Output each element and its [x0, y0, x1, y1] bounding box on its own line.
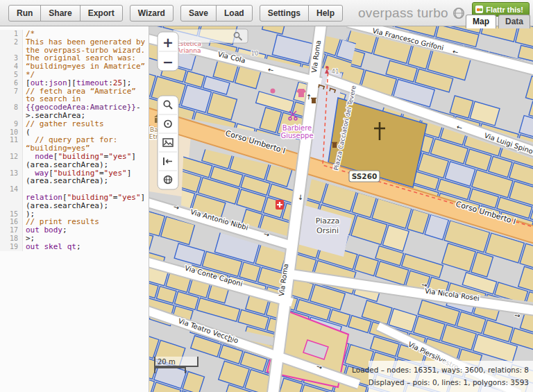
- house-number-10: 10: [251, 50, 259, 57]
- code-token: ]: [127, 169, 132, 178]
- tab-map[interactable]: Map: [466, 15, 496, 28]
- line-number: 3: [0, 54, 23, 62]
- line-number: 6: [0, 79, 23, 87]
- code-token: (area.searchArea);: [26, 176, 108, 185]
- pharmacy-icon: [276, 200, 284, 210]
- editor-row: (area.searchArea);: [0, 202, 149, 210]
- oneway-arrow-icon: →: [514, 312, 521, 320]
- line-number: 5: [0, 71, 23, 79]
- line-number: 13: [0, 169, 23, 178]
- poi-label-orsini-1: Piazza: [316, 216, 339, 225]
- line-number: [0, 112, 23, 120]
- app-title: overpass turbo: [358, 6, 465, 21]
- road-ref-badge-label: SS260: [352, 172, 378, 180]
- code-line: (area.searchArea);: [23, 202, 108, 210]
- code-token: [40, 242, 44, 251]
- code-token: skel: [44, 242, 63, 251]
- code-token: [62, 242, 67, 251]
- toolbar-button-run[interactable]: Run: [8, 5, 41, 22]
- turbo-globe-icon: [452, 7, 465, 19]
- code-line: // gather results: [23, 120, 104, 128]
- code-token: ]: [141, 193, 146, 202]
- line-number: 11: [0, 136, 23, 144]
- search-input[interactable]: [173, 29, 248, 43]
- stats-loaded: Loaded – nodes: 16351, ways: 3600, relat…: [352, 366, 529, 374]
- code-token: [40, 225, 44, 235]
- code-token: qt: [67, 242, 76, 251]
- house-number-41: 41: [332, 68, 339, 75]
- line-number: 19: [0, 243, 23, 251]
- code-token: // gather results: [26, 119, 104, 128]
- line-number: [0, 194, 23, 202]
- tab-data[interactable]: Data: [498, 15, 530, 28]
- line-number: 9: [0, 120, 23, 128]
- toolbar-button-load[interactable]: Load: [216, 5, 253, 22]
- app-title-text: overpass turbo: [358, 6, 448, 21]
- toolbar-button-wizard[interactable]: Wizard: [130, 5, 174, 22]
- code-line: (area.searchArea);: [23, 177, 108, 185]
- line-number: 8: [0, 103, 23, 112]
- oneway-arrow-icon: →: [305, 94, 313, 100]
- map-svg[interactable]: Via ColaVia Francesco GrifoniVia Luigi S…: [149, 26, 533, 392]
- code-token: "yes": [117, 193, 140, 202]
- poi-label-barbiere-1: Barbiere: [282, 124, 312, 132]
- flattr-label: Flattr this!: [486, 6, 523, 14]
- stats-displayed: Displayed – pois: 0, lines: 1, polygons:…: [369, 378, 529, 386]
- line-number: [0, 95, 23, 103]
- line-number: 17: [0, 226, 23, 235]
- code-token: “building=yes in Amatrice”: [26, 62, 145, 71]
- toolbar-button-share[interactable]: Share: [40, 5, 80, 22]
- editor-row: 9// gather results: [0, 120, 149, 128]
- line-number: 7: [0, 87, 23, 96]
- line-number: 1: [0, 30, 23, 38]
- oneway-arrow-icon: →: [297, 194, 305, 201]
- editor-row: 16// print results: [0, 218, 149, 226]
- view-tabs: Map Data: [466, 15, 530, 28]
- toolbar-button-export[interactable]: Export: [80, 5, 123, 22]
- line-number: 12: [0, 153, 23, 161]
- line-number: 16: [0, 218, 23, 226]
- waste-basket-icon: [311, 99, 316, 104]
- code-line: out skel qt;: [23, 243, 81, 251]
- line-number: 4: [0, 62, 23, 71]
- zoom-in-button[interactable]: +: [162, 35, 174, 50]
- toolbar-button-save[interactable]: Save: [180, 5, 217, 22]
- flattr-icon: [475, 6, 483, 13]
- toolbar-button-help[interactable]: Help: [308, 5, 343, 22]
- toolbar-group: SaveLoad: [180, 5, 253, 22]
- code-token: ;: [62, 225, 67, 235]
- map-canvas[interactable]: Via ColaVia Francesco GrifoniVia Luigi S…: [149, 26, 533, 392]
- line-number: [0, 144, 23, 153]
- line-number: 14: [0, 185, 23, 194]
- line-number: [0, 46, 23, 55]
- toolbar-button-groups: RunShareExportWizardSaveLoadSettingsHelp: [8, 5, 350, 22]
- code-token: ;: [76, 242, 81, 251]
- poi-label-estetica-2: Arianna: [177, 47, 201, 54]
- code-token: -: [136, 103, 141, 112]
- waste-basket-icon: [332, 143, 337, 148]
- scale-label: 20 m: [158, 358, 176, 366]
- toolbar-group: RunShareExport: [8, 5, 123, 22]
- toolbar-group: Wizard: [130, 5, 174, 22]
- line-number: 18: [0, 235, 23, 243]
- line-number: 2: [0, 38, 23, 46]
- map-search-control[interactable]: [173, 29, 248, 43]
- editor-row: 17out body;: [0, 226, 149, 235]
- zoom-out-button[interactable]: −: [162, 54, 174, 69]
- line-number: 15: [0, 210, 23, 219]
- code-token: (area.searchArea);: [26, 201, 108, 210]
- line-number: [0, 202, 23, 210]
- code-token: out: [26, 242, 40, 251]
- oneway-arrow-icon: →: [421, 281, 428, 289]
- toolbar-group: SettingsHelp: [260, 5, 343, 22]
- query-editor[interactable]: 1/*2This has been generated bythe overpa…: [0, 26, 149, 392]
- code-token: "yes": [108, 152, 131, 161]
- code-token: body: [44, 225, 63, 235]
- poi-label-orsini-2: Orsini: [316, 226, 339, 235]
- line-number: [0, 161, 23, 169]
- toolbar-button-settings[interactable]: Settings: [260, 5, 309, 22]
- editor-row: 19out skel qt;: [0, 243, 149, 251]
- beauty-shop-icon: [271, 89, 276, 94]
- overpass-turbo-window: { "toolbar": { "groups": [["Run","Share"…: [0, 0, 533, 392]
- toolbar: RunShareExportWizardSaveLoadSettingsHelp…: [0, 0, 533, 26]
